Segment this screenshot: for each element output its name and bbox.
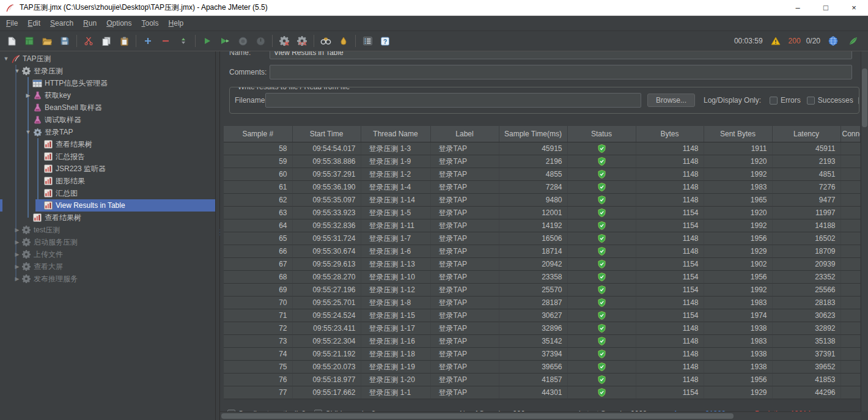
table-row[interactable]: 6909:55:27.196登录压测 1-12登录TAP255701154199… xyxy=(224,283,861,296)
errors-checkbox[interactable] xyxy=(770,97,778,105)
stop-icon[interactable] xyxy=(235,34,250,48)
templates-icon[interactable] xyxy=(22,34,37,48)
tree-expander-icon[interactable]: ▶ xyxy=(13,263,21,270)
column-header-3[interactable]: Label xyxy=(430,126,499,142)
table-row[interactable]: 7009:55:25.701登录压测 1-8登录TAP2818711481983… xyxy=(224,296,861,309)
table-row[interactable]: 7609:55:18.977登录压测 1-20登录TAP418571148195… xyxy=(224,373,861,386)
tree-expander-icon[interactable]: ▶ xyxy=(24,92,32,98)
tree-expander-icon[interactable]: ▼ xyxy=(2,56,10,62)
column-header-6[interactable]: Bytes xyxy=(636,126,704,142)
help-icon[interactable]: ? xyxy=(378,34,392,48)
table-row[interactable]: 7709:55:17.662登录压测 1-1登录TAP4430111541929… xyxy=(224,386,861,399)
clear-all-icon[interactable] xyxy=(295,34,309,48)
tree-expander-icon[interactable]: ▶ xyxy=(13,276,21,282)
tree-item-start-service-stress[interactable]: ▶启动服务压测 xyxy=(0,236,215,248)
copy-icon[interactable] xyxy=(99,34,114,48)
name-input[interactable] xyxy=(270,51,852,59)
column-header-9[interactable]: Conne xyxy=(840,126,861,142)
tree-expander-icon[interactable]: ▼ xyxy=(13,68,21,74)
tree-expander-icon[interactable]: ▶ xyxy=(13,251,21,257)
table-row[interactable]: 6809:55:28.270登录压测 1-10登录TAP233581154195… xyxy=(224,270,861,283)
save-icon[interactable] xyxy=(57,34,72,48)
clear-icon[interactable] xyxy=(277,34,292,48)
column-header-4[interactable]: Sample Time(ms) xyxy=(499,126,567,142)
tree-item-upload-file[interactable]: ▶上传文件 xyxy=(0,248,215,260)
table-row[interactable]: 7509:55:20.073登录压测 1-19登录TAP396561148193… xyxy=(224,360,861,373)
table-row[interactable]: 6509:55:31.724登录压测 1-7登录TAP1650611481956… xyxy=(224,232,861,245)
splitter[interactable]: ⋮ xyxy=(215,51,220,420)
comments-input[interactable] xyxy=(270,65,852,79)
table-row[interactable]: 6009:55:37.291登录压测 1-2登录TAP4855114819924… xyxy=(224,168,861,180)
horizontal-scrollbar-thumb[interactable] xyxy=(221,413,734,419)
new-file-icon[interactable] xyxy=(4,34,19,48)
table-row[interactable]: 7109:55:24.524登录压测 1-15登录TAP306271154197… xyxy=(224,309,861,322)
menu-search[interactable]: Search xyxy=(45,17,78,29)
vertical-scrollbar[interactable] xyxy=(861,51,868,411)
tree-item-view-results-tree-1[interactable]: 查看结果树 xyxy=(0,138,215,150)
browse-button[interactable]: Browse... xyxy=(647,94,695,107)
table-row[interactable]: 6209:55:35.097登录压测 1-14登录TAP948011481965… xyxy=(224,193,861,206)
paste-icon[interactable] xyxy=(117,34,131,48)
column-header-7[interactable]: Sent Bytes xyxy=(704,126,772,142)
shutdown-icon[interactable] xyxy=(253,34,268,48)
table-row[interactable]: 6609:55:30.674登录压测 1-6登录TAP1871411481929… xyxy=(224,245,861,257)
cut-icon[interactable] xyxy=(81,34,96,48)
tree-item-publish-inference-service[interactable]: ▶发布推理服务 xyxy=(0,273,215,285)
table-row[interactable]: 7209:55:23.411登录压测 1-17登录TAP328961148193… xyxy=(224,322,861,334)
tree-item-test-stress[interactable]: ▶test压测 xyxy=(0,224,215,236)
search-icon[interactable] xyxy=(318,34,333,48)
tree-item-graph-results[interactable]: 图形结果 xyxy=(0,175,215,187)
filename-input[interactable] xyxy=(265,93,641,108)
table-row[interactable]: 5909:55:38.886登录压测 1-9登录TAP2196114819202… xyxy=(224,155,861,168)
menu-run[interactable]: Run xyxy=(78,17,101,29)
table-row[interactable]: 6709:55:29.613登录压测 1-13登录TAP209421154190… xyxy=(224,257,861,270)
tree-item-test-plan-root[interactable]: ▼TAP压测 xyxy=(0,53,215,65)
tree-item-get-key[interactable]: ▶获取key xyxy=(0,89,215,101)
start-no-pauses-icon[interactable] xyxy=(218,34,232,48)
tree-item-jsr223-listener[interactable]: JSR223 监听器 xyxy=(0,163,215,175)
tree-item-view-results-in-table[interactable]: View Results in Table xyxy=(0,199,215,212)
tree-item-thread-group-login[interactable]: ▼登录压测 xyxy=(0,65,215,77)
menu-edit[interactable]: Edit xyxy=(23,17,45,29)
successes-checkbox[interactable] xyxy=(807,97,815,105)
tree-expander-icon[interactable]: ▶ xyxy=(13,239,21,245)
column-header-5[interactable]: Status xyxy=(567,126,636,142)
open-file-icon[interactable] xyxy=(40,34,54,48)
column-header-0[interactable]: Sample # xyxy=(224,126,292,142)
tree-expander-icon[interactable]: ▼ xyxy=(24,129,32,135)
table-row[interactable]: 6309:55:33.923登录压测 1-5登录TAP1200111541920… xyxy=(224,206,861,219)
close-button[interactable]: × xyxy=(840,0,868,15)
minimize-button[interactable]: – xyxy=(784,0,812,15)
tree-expander-icon[interactable]: ▶ xyxy=(13,227,21,233)
log-warning-icon[interactable] xyxy=(768,34,783,48)
column-header-8[interactable]: Latency xyxy=(772,126,840,142)
expand-icon[interactable] xyxy=(141,34,155,48)
tree-item-debug-sampler[interactable]: 调试取样器 xyxy=(0,114,215,126)
tree-item-view-dashboard[interactable]: ▶查看大屏 xyxy=(0,260,215,273)
tree-item-beanshell-sampler[interactable]: BeanShell 取样器 xyxy=(0,101,215,114)
tree-item-summary-report[interactable]: 汇总报告 xyxy=(0,150,215,163)
table-row[interactable]: 7409:55:21.192登录压测 1-18登录TAP373941148193… xyxy=(224,347,861,360)
table-row[interactable]: 6409:55:32.836登录压测 1-11登录TAP141921154199… xyxy=(224,219,861,232)
menu-file[interactable]: File xyxy=(1,17,23,29)
column-header-2[interactable]: Thread Name xyxy=(361,126,430,142)
menu-options[interactable]: Options xyxy=(101,17,136,29)
start-icon[interactable] xyxy=(200,34,215,48)
toggle-icon[interactable] xyxy=(176,34,191,48)
table-row[interactable]: 7309:55:22.304登录压测 1-16登录TAP351421148198… xyxy=(224,334,861,347)
collapse-icon[interactable] xyxy=(158,34,173,48)
tree-item-aggregate-graph[interactable]: 汇总图 xyxy=(0,187,215,199)
function-helper-icon[interactable] xyxy=(360,34,375,48)
horizontal-scrollbar[interactable] xyxy=(220,411,861,420)
table-row[interactable]: 5809:54:54.017登录压测 1-3登录TAP4591511481911… xyxy=(224,142,861,155)
maximize-button[interactable]: □ xyxy=(812,0,840,15)
tree-item-view-results-tree-2[interactable]: 查看结果树 xyxy=(0,212,215,224)
tree-item-controller-login-tap[interactable]: ▼登录TAP xyxy=(0,126,215,138)
menu-tools[interactable]: Tools xyxy=(137,17,164,29)
menu-help[interactable]: Help xyxy=(164,17,189,29)
table-row[interactable]: 6109:55:36.190登录压测 1-4登录TAP7284114819837… xyxy=(224,180,861,193)
tree-item-http-header-manager[interactable]: HTTP信息头管理器 xyxy=(0,77,215,89)
clipped-checkbox[interactable] xyxy=(858,97,859,105)
vertical-scrollbar-thumb[interactable] xyxy=(862,68,867,127)
column-header-1[interactable]: Start Time xyxy=(292,126,361,142)
